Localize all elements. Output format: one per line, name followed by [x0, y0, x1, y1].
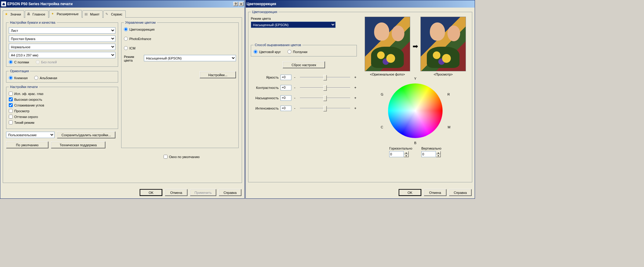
- intensity-slider[interactable]: [298, 105, 352, 111]
- offset-spinners: Горизонтально ▲▼ Вертикально ▲▼: [361, 147, 470, 157]
- check-preview[interactable]: Просмотр: [9, 109, 115, 113]
- plus-icon: +: [354, 86, 357, 90]
- brightness-slider-row: Яркость +0 - +: [251, 74, 357, 80]
- ok-button[interactable]: OK: [399, 189, 421, 196]
- saturation-slider[interactable]: [298, 95, 352, 101]
- tab-advanced[interactable]: ✦Расширенные: [49, 10, 82, 18]
- orientation-group: Ориентация Книжная Альбомная: [6, 69, 118, 83]
- result-preview-image: [420, 17, 466, 71]
- color-correction-group: Цветокоррекция Режим цвета Насыщенный (E…: [248, 10, 472, 182]
- dialog-buttons: OK Отмена Справка: [399, 189, 472, 196]
- color-mode-select[interactable]: Насыщенный (EPSON): [144, 55, 236, 61]
- printer-icon: 🖶: [27, 12, 31, 16]
- check-redeye[interactable]: Исп. эф. крас. глаз: [9, 92, 115, 96]
- radio-sliders[interactable]: Ползунки: [287, 50, 307, 54]
- wheel-label-b: B: [414, 141, 416, 145]
- help-titlebar-button[interactable]: ?: [233, 2, 238, 6]
- ok-button[interactable]: OK: [140, 189, 162, 196]
- contrast-slider[interactable]: [298, 85, 352, 91]
- color-settings-button[interactable]: Настройки...: [200, 71, 236, 78]
- paper-source-select[interactable]: Лист: [9, 27, 115, 34]
- tab-panel-advanced: Настройки бумаги и качества Лист Простая…: [3, 17, 242, 183]
- vert-spin-up[interactable]: ▲: [436, 151, 441, 154]
- vert-label: Вертикально: [421, 147, 441, 150]
- minus-icon: -: [293, 75, 296, 79]
- tab-shortcuts[interactable]: ★Значки: [3, 10, 24, 18]
- cancel-button[interactable]: Отмена: [165, 189, 188, 196]
- wheel-label-c: C: [381, 125, 383, 129]
- color-wheel[interactable]: +: [388, 83, 443, 138]
- quality-select[interactable]: Нормальное: [9, 44, 115, 50]
- preview-caption: <Просмотр>: [420, 73, 466, 76]
- radio-label: Цветокоррекция: [129, 28, 154, 31]
- check-grayscale[interactable]: Оттенки серого: [9, 115, 115, 119]
- check-highspeed[interactable]: Высокая скорость: [9, 97, 115, 101]
- paper-size-select[interactable]: A4 (210 x 297 мм): [9, 52, 115, 58]
- check-default-window[interactable]: Окно по умолчанию: [164, 155, 239, 159]
- preview-row: <Оригинальное фото> ➡ <Просмотр>: [361, 17, 470, 76]
- apply-button: Применить: [190, 189, 216, 196]
- defaults-button[interactable]: По умолчанию: [6, 141, 48, 148]
- star-icon: ★: [5, 12, 9, 16]
- help-button[interactable]: Справка: [219, 189, 241, 196]
- saturation-value[interactable]: +0: [281, 95, 291, 101]
- horiz-spin-input[interactable]: [389, 151, 404, 157]
- tab-main[interactable]: 🖶Главное: [25, 10, 48, 18]
- tech-support-button[interactable]: Техническая поддержка: [51, 141, 105, 148]
- window-title: Цветокоррекция: [247, 2, 276, 6]
- group-legend: Цветокоррекция: [251, 10, 278, 14]
- radio-label: С полями: [14, 60, 29, 64]
- horiz-spin-down[interactable]: ▼: [404, 154, 409, 157]
- group-legend: Настройки бумаги и качества: [9, 21, 57, 24]
- radio-color-correction[interactable]: Цветокоррекция: [124, 27, 236, 31]
- check-label: Сглаживание углов: [14, 103, 44, 107]
- tab-service[interactable]: ✎Сервис: [103, 10, 126, 18]
- titlebar[interactable]: 🖶 EPSON P50 Series Настройка печати ? ×: [0, 0, 244, 8]
- radio-photoenhance[interactable]: PhotoEnhance: [124, 37, 236, 41]
- slider-label: Контрастность: [251, 86, 279, 90]
- tab-label: Значки: [10, 12, 21, 16]
- radio-landscape[interactable]: Альбомная: [34, 76, 57, 80]
- horiz-spin-up[interactable]: ▲: [404, 151, 409, 154]
- wrench-icon: ✎: [105, 12, 110, 16]
- radio-label: Альбомная: [40, 76, 57, 80]
- brightness-slider[interactable]: [298, 74, 352, 80]
- contrast-value[interactable]: +0: [281, 85, 291, 90]
- group-legend: Настройки печати: [9, 85, 39, 89]
- vert-spin-input[interactable]: [421, 151, 436, 157]
- color-mode-label: Режим цвета: [251, 17, 357, 20]
- radio-label: PhotoEnhance: [129, 37, 151, 41]
- radio-label: ICM: [129, 46, 135, 50]
- reset-settings-button[interactable]: Сброс настроек: [283, 61, 325, 68]
- vert-spin-down[interactable]: ▼: [436, 154, 441, 157]
- titlebar[interactable]: Цветокоррекция: [246, 0, 475, 8]
- tab-label: Расширенные: [57, 12, 78, 16]
- help-button[interactable]: Справка: [449, 189, 472, 196]
- group-legend: Управление цветом: [124, 21, 157, 24]
- radio-color-wheel[interactable]: Цветовой круг: [254, 50, 281, 54]
- radio-icm[interactable]: ICM: [124, 46, 236, 50]
- minus-icon: -: [293, 86, 296, 90]
- check-smoothing[interactable]: Сглаживание углов: [9, 103, 115, 107]
- preset-select[interactable]: Пользовательские: [6, 132, 55, 138]
- radio-portrait[interactable]: Книжная: [9, 76, 28, 80]
- brightness-value[interactable]: +0: [281, 75, 291, 80]
- color-mode-select[interactable]: Насыщенный (EPSON): [251, 22, 336, 28]
- media-type-select[interactable]: Простая бумага: [9, 35, 115, 42]
- minus-icon: -: [293, 96, 296, 100]
- color-correction-window: Цветокоррекция Цветокоррекция Режим цвет…: [245, 0, 475, 199]
- close-titlebar-button[interactable]: ×: [239, 2, 244, 6]
- cancel-button[interactable]: Отмена: [424, 189, 446, 196]
- intensity-value[interactable]: +0: [281, 106, 291, 111]
- intensity-slider-row: Интенсивность +0 - +: [251, 105, 357, 111]
- saturation-slider-row: Насыщенность +0 - +: [251, 95, 357, 101]
- tab-layout[interactable]: ▤Макет: [82, 10, 103, 18]
- wheel-label-m: M: [448, 125, 450, 129]
- color-wheel-container: Y R M B C G +: [382, 77, 449, 144]
- plus-icon: +: [354, 96, 357, 100]
- radio-with-borders[interactable]: С полями: [9, 60, 29, 64]
- plus-icon: +: [354, 106, 357, 110]
- save-delete-settings-button[interactable]: Сохранить/удалить настройки...: [57, 131, 115, 138]
- check-quiet[interactable]: Тихий режим: [9, 120, 115, 124]
- color-management-group: Управление цветом Цветокоррекция PhotoEn…: [121, 21, 239, 148]
